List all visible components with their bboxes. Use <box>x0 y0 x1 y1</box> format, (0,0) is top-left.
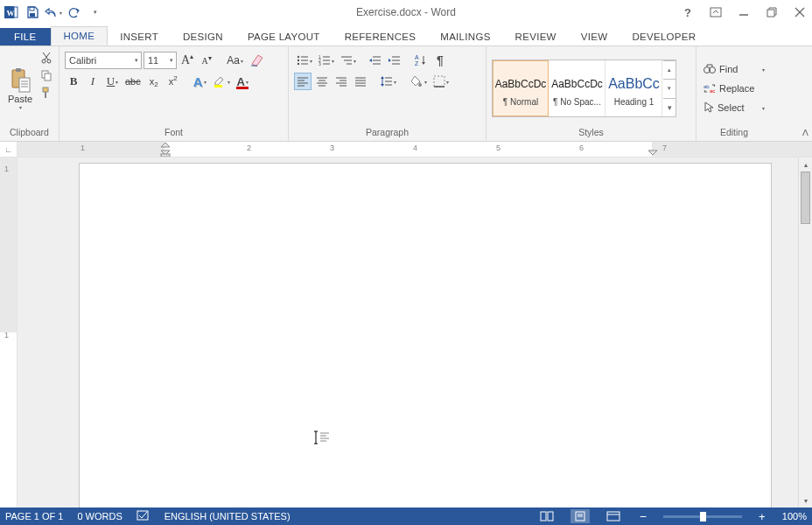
group-paragraph: 123 AZ ¶ Paragraph <box>289 46 486 141</box>
print-layout-icon[interactable] <box>570 509 590 523</box>
align-left-icon[interactable] <box>294 73 312 90</box>
change-case-icon[interactable]: Aa <box>224 52 245 69</box>
italic-icon[interactable]: I <box>84 73 102 90</box>
shading-icon[interactable] <box>407 73 429 90</box>
tab-developer[interactable]: DEVELOPER <box>620 28 708 46</box>
sort-icon[interactable]: AZ <box>412 52 430 69</box>
superscript-icon[interactable]: x2 <box>164 73 182 90</box>
font-color-icon[interactable]: A <box>234 73 251 90</box>
window-title: Exercise.docx - Word <box>356 6 456 18</box>
ruler-row: ∟ 1 2 3 4 5 6 7 <box>0 142 812 158</box>
numbering-icon[interactable]: 123 <box>316 52 336 69</box>
ribbon-tabs: FILE HOME INSERT DESIGN PAGE LAYOUT REFE… <box>0 24 812 46</box>
close-icon[interactable] <box>789 3 810 22</box>
vertical-ruler[interactable]: 1 1 <box>0 158 18 508</box>
format-painter-icon[interactable] <box>38 85 54 101</box>
select-button[interactable]: Select▾ <box>702 99 766 116</box>
style-normal[interactable]: AaBbCcDc ¶ Normal <box>493 60 549 116</box>
status-bar: PAGE 1 OF 1 0 WORDS ENGLISH (UNITED STAT… <box>0 508 812 525</box>
save-icon[interactable] <box>23 3 42 22</box>
grow-font-icon[interactable]: A▴ <box>178 52 196 69</box>
bold-icon[interactable]: B <box>65 73 82 90</box>
strikethrough-icon[interactable]: abc <box>122 73 144 90</box>
right-indent-marker-icon[interactable] <box>648 149 658 157</box>
svg-rect-11 <box>16 68 21 72</box>
style-no-spacing[interactable]: AaBbCcDc ¶ No Spac... <box>550 60 606 116</box>
styles-gallery-scroll[interactable]: ▴▾▾ <box>663 60 676 116</box>
collapse-ribbon-icon[interactable]: ᐱ <box>802 128 808 137</box>
status-language[interactable]: ENGLISH (UNITED STATES) <box>164 511 290 522</box>
line-spacing-icon[interactable] <box>378 73 398 90</box>
replace-button[interactable]: abac Replace <box>702 80 766 97</box>
svg-text:W: W <box>7 9 15 18</box>
redo-icon[interactable] <box>65 3 84 22</box>
svg-rect-85 <box>541 512 546 521</box>
help-icon[interactable]: ? <box>677 3 698 22</box>
svg-rect-21 <box>45 74 51 80</box>
word-app-icon[interactable]: W <box>2 3 21 22</box>
qat-customize-icon[interactable]: ▾ <box>86 3 105 22</box>
tab-file[interactable]: FILE <box>0 28 51 46</box>
find-button[interactable]: Find▾ <box>702 60 766 78</box>
justify-icon[interactable] <box>352 73 369 90</box>
scroll-thumb[interactable] <box>801 172 810 224</box>
undo-icon[interactable]: ▾ <box>44 3 63 22</box>
minimize-icon[interactable] <box>733 3 754 22</box>
decrease-indent-icon[interactable] <box>367 52 384 69</box>
document-canvas[interactable] <box>18 158 798 508</box>
tab-mailings[interactable]: MAILINGS <box>428 28 502 46</box>
subscript-icon[interactable]: x2 <box>145 73 163 90</box>
group-font-label: Font <box>63 127 284 139</box>
tab-insert[interactable]: INSERT <box>108 28 171 46</box>
show-hide-icon[interactable]: ¶ <box>431 52 449 69</box>
svg-point-30 <box>298 63 299 65</box>
font-name-dropdown[interactable]: Calibri <box>65 52 142 69</box>
scroll-up-icon[interactable]: ▴ <box>799 158 812 172</box>
clear-formatting-icon[interactable] <box>247 52 268 69</box>
copy-icon[interactable] <box>38 67 54 83</box>
bullets-icon[interactable] <box>294 52 314 69</box>
group-styles-label: Styles <box>490 127 692 139</box>
underline-icon[interactable]: U <box>103 73 121 90</box>
vertical-scrollbar[interactable]: ▴ ▾ <box>798 158 812 508</box>
svg-rect-76 <box>161 154 170 157</box>
highlight-icon[interactable] <box>210 73 232 90</box>
zoom-slider[interactable] <box>663 515 742 518</box>
svg-rect-7 <box>767 10 774 17</box>
web-layout-icon[interactable] <box>604 509 623 523</box>
status-words[interactable]: 0 WORDS <box>77 511 122 522</box>
page[interactable] <box>79 163 772 508</box>
svg-text:Z: Z <box>415 60 419 66</box>
status-zoom[interactable]: 100% <box>782 511 807 522</box>
status-page[interactable]: PAGE 1 OF 1 <box>5 511 63 522</box>
read-mode-icon[interactable] <box>537 509 556 523</box>
scroll-down-icon[interactable]: ▾ <box>799 494 812 508</box>
text-effects-icon[interactable]: A <box>191 73 208 90</box>
paste-button[interactable]: Paste ▾ <box>4 50 37 127</box>
zoom-in-button[interactable]: + <box>756 510 768 523</box>
styles-gallery[interactable]: AaBbCcDc ¶ Normal AaBbCcDc ¶ No Spac... … <box>492 60 676 117</box>
cut-icon[interactable] <box>38 50 54 66</box>
style-heading-1[interactable]: AaBbCc Heading 1 <box>606 60 662 116</box>
status-proofing-icon[interactable] <box>136 509 150 523</box>
tab-page-layout[interactable]: PAGE LAYOUT <box>235 28 332 46</box>
horizontal-ruler[interactable]: 1 2 3 4 5 6 7 <box>18 142 812 157</box>
tab-design[interactable]: DESIGN <box>171 28 235 46</box>
align-right-icon[interactable] <box>332 73 350 90</box>
font-size-dropdown[interactable]: 11 <box>144 52 177 69</box>
ribbon-display-icon[interactable] <box>705 3 726 22</box>
multilevel-list-icon[interactable] <box>338 52 358 69</box>
svg-rect-70 <box>434 76 444 87</box>
tab-view[interactable]: VIEW <box>569 28 620 46</box>
restore-icon[interactable] <box>761 3 782 22</box>
increase-indent-icon[interactable] <box>386 52 403 69</box>
zoom-out-button[interactable]: − <box>637 509 649 523</box>
tab-selector[interactable]: ∟ <box>0 142 18 157</box>
tab-references[interactable]: REFERENCES <box>332 28 429 46</box>
borders-icon[interactable] <box>430 73 451 90</box>
tab-review[interactable]: REVIEW <box>503 28 569 46</box>
indent-marker-icon[interactable] <box>160 142 171 157</box>
shrink-font-icon[interactable]: A▾ <box>198 52 215 69</box>
tab-home[interactable]: HOME <box>51 26 108 46</box>
align-center-icon[interactable] <box>313 73 331 90</box>
